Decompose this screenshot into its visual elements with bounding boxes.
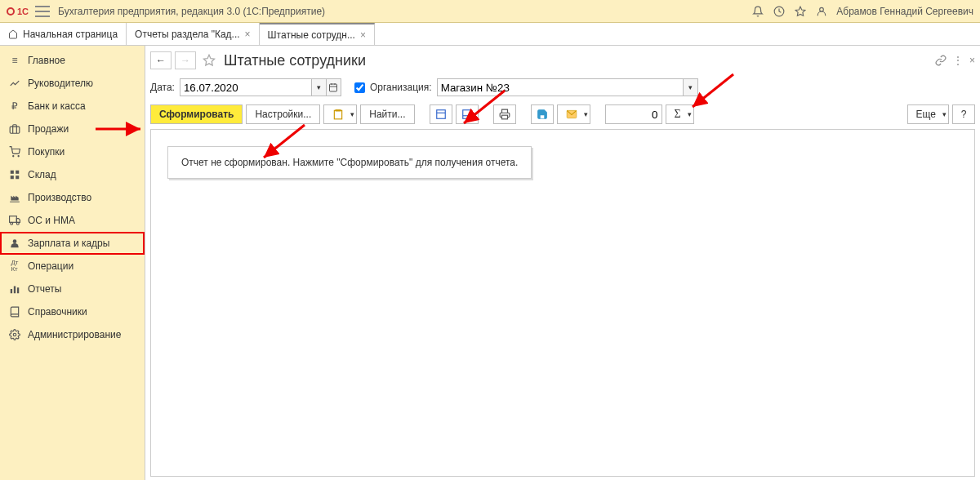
more-button[interactable]: Еще ▾ bbox=[907, 104, 949, 124]
print-button[interactable] bbox=[493, 104, 516, 124]
svg-rect-7 bbox=[16, 171, 19, 174]
sidebar-item-label: Главное bbox=[28, 55, 65, 66]
sidebar-item-label: Банк и касса bbox=[28, 100, 86, 112]
help-button[interactable]: ? bbox=[952, 104, 975, 124]
svg-point-18 bbox=[13, 333, 16, 336]
email-button[interactable]: ▾ bbox=[557, 104, 590, 124]
close-icon[interactable]: × bbox=[360, 29, 366, 41]
ruble-icon: ₽ bbox=[8, 100, 21, 113]
home-icon bbox=[8, 29, 18, 39]
svg-rect-28 bbox=[462, 110, 471, 119]
sidebar-item-label: Склад bbox=[28, 169, 56, 180]
page-title: Штатные сотрудники bbox=[224, 52, 366, 69]
briefcase-icon bbox=[8, 122, 21, 136]
sidebar: ≡ Главное Руководителю ₽ Банк и касса Пр… bbox=[0, 46, 145, 480]
placeholder-message: Отчет не сформирован. Нажмите "Сформиров… bbox=[167, 146, 532, 179]
collapse-button[interactable] bbox=[456, 104, 479, 124]
user-name[interactable]: Абрамов Геннадий Сергеевич bbox=[836, 6, 973, 17]
user-icon[interactable] bbox=[815, 5, 828, 18]
chevron-down-icon: ▾ bbox=[688, 110, 692, 118]
forward-button[interactable]: → bbox=[175, 51, 196, 69]
sidebar-item-label: Продажи bbox=[28, 123, 69, 135]
generate-button[interactable]: Сформировать bbox=[150, 104, 243, 124]
chevron-down-icon: ▾ bbox=[350, 110, 354, 118]
sidebar-item-catalogs[interactable]: Справочники bbox=[0, 300, 145, 323]
sidebar-item-reports[interactable]: Отчеты bbox=[0, 278, 145, 300]
svg-rect-26 bbox=[436, 110, 445, 119]
chevron-down-icon: ▾ bbox=[584, 110, 588, 118]
save-button[interactable] bbox=[531, 104, 554, 124]
bell-icon[interactable] bbox=[751, 5, 764, 18]
org-dropdown-button[interactable]: ▾ bbox=[683, 79, 697, 96]
svg-marker-19 bbox=[203, 55, 214, 65]
calendar-button[interactable] bbox=[326, 79, 341, 96]
close-page-icon[interactable]: × bbox=[969, 55, 975, 66]
date-label: Дата: bbox=[150, 82, 175, 93]
close-icon[interactable]: × bbox=[245, 29, 251, 40]
sidebar-item-label: Администрирование bbox=[28, 329, 121, 340]
menu-icon[interactable] bbox=[35, 6, 50, 17]
tab-reports[interactable]: Отчеты раздела "Кад... × bbox=[127, 23, 260, 45]
truck-icon bbox=[8, 214, 21, 227]
sidebar-item-assets[interactable]: ОС и НМА bbox=[0, 209, 145, 232]
svg-point-13 bbox=[16, 222, 19, 224]
tab-home[interactable]: Начальная страница bbox=[0, 23, 127, 45]
gear-icon bbox=[8, 328, 21, 341]
settings-button[interactable]: Настройки... bbox=[246, 104, 320, 124]
svg-rect-10 bbox=[10, 216, 17, 223]
logo-1c: 1С bbox=[7, 7, 29, 16]
sidebar-item-label: ОС и НМА bbox=[28, 215, 75, 226]
sidebar-item-main[interactable]: ≡ Главное bbox=[0, 49, 145, 72]
org-input[interactable] bbox=[438, 79, 683, 96]
number-input[interactable] bbox=[605, 104, 662, 124]
app-header: 1С Бухгалтерия предприятия, редакция 3.0… bbox=[0, 0, 980, 23]
settings-button-label: Настройки... bbox=[255, 109, 311, 120]
sidebar-item-bank[interactable]: ₽ Банк и касса bbox=[0, 95, 145, 118]
mail-icon bbox=[566, 109, 577, 120]
sidebar-item-payroll[interactable]: Зарплата и кадры bbox=[0, 232, 145, 255]
back-button[interactable]: ← bbox=[150, 51, 172, 69]
svg-rect-30 bbox=[501, 115, 507, 119]
report-content: Отчет не сформирован. Нажмите "Сформиров… bbox=[150, 129, 975, 477]
sidebar-item-label: Справочники bbox=[28, 306, 87, 318]
sidebar-item-production[interactable]: Производство bbox=[0, 186, 145, 209]
svg-marker-11 bbox=[16, 219, 20, 223]
date-input[interactable] bbox=[180, 79, 311, 96]
svg-rect-16 bbox=[14, 287, 16, 294]
org-checkbox[interactable] bbox=[354, 82, 365, 93]
main-content: ← → Штатные сотрудники ⋮ × Дата: ▾ bbox=[145, 46, 980, 480]
tab-staff[interactable]: Штатные сотрудн... × bbox=[260, 23, 375, 45]
generate-button-label: Сформировать bbox=[159, 109, 234, 120]
link-icon[interactable] bbox=[935, 55, 947, 66]
sidebar-item-operations[interactable]: ДтКт Операции bbox=[0, 255, 145, 278]
favorite-icon[interactable] bbox=[203, 54, 216, 67]
bars-icon bbox=[8, 282, 21, 296]
sidebar-item-label: Производство bbox=[28, 192, 91, 203]
svg-point-14 bbox=[13, 239, 17, 243]
tabs-bar: Начальная страница Отчеты раздела "Кад..… bbox=[0, 23, 980, 46]
star-icon[interactable] bbox=[794, 5, 807, 18]
svg-marker-1 bbox=[795, 7, 805, 16]
date-dropdown-button[interactable]: ▾ bbox=[311, 79, 326, 96]
sidebar-item-sales[interactable]: Продажи bbox=[0, 118, 145, 140]
sidebar-item-warehouse[interactable]: Склад bbox=[0, 163, 145, 186]
svg-point-4 bbox=[13, 156, 14, 157]
sidebar-item-admin[interactable]: Администрирование bbox=[0, 323, 145, 346]
boxes-icon bbox=[8, 168, 21, 181]
sum-button[interactable]: Σ ▾ bbox=[666, 104, 694, 124]
history-icon[interactable] bbox=[773, 5, 786, 18]
find-button-label: Найти... bbox=[369, 109, 405, 120]
sidebar-item-purchases[interactable]: Покупки bbox=[0, 140, 145, 163]
sigma-icon: Σ bbox=[675, 108, 681, 121]
expand-button[interactable] bbox=[430, 104, 452, 124]
dtkt-icon: ДтКт bbox=[8, 260, 21, 273]
svg-rect-3 bbox=[10, 127, 20, 133]
paste-button[interactable]: ▾ bbox=[323, 104, 357, 124]
sidebar-item-manager[interactable]: Руководителю bbox=[0, 72, 145, 95]
svg-rect-15 bbox=[11, 289, 12, 293]
find-button[interactable]: Найти... bbox=[360, 104, 414, 124]
more-icon[interactable]: ⋮ bbox=[953, 55, 963, 66]
tab-staff-label: Штатные сотрудн... bbox=[268, 29, 355, 41]
date-field-wrap: ▾ bbox=[180, 78, 341, 96]
svg-rect-8 bbox=[11, 176, 14, 179]
